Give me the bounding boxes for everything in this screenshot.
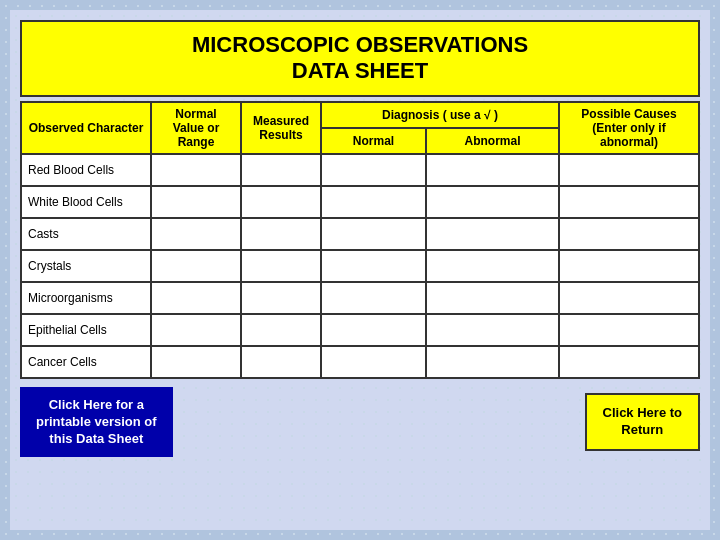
row-causes-wbc [559, 186, 699, 218]
row-measured-epi [241, 314, 321, 346]
row-label-cancer-cells: Cancer Cells [21, 346, 151, 378]
row-abnormal-casts [426, 218, 559, 250]
row-abnormal-crystals [426, 250, 559, 282]
row-normal-crystals [321, 250, 426, 282]
row-measured-micro [241, 282, 321, 314]
row-measured-wbc [241, 186, 321, 218]
row-causes-cancer [559, 346, 699, 378]
table-body: Red Blood Cells White Blood Cells Casts [21, 154, 699, 378]
row-normal-epi [321, 314, 426, 346]
row-normal-value-wbc [151, 186, 241, 218]
header-possible-causes: Possible Causes (Enter only if abnormal) [559, 102, 699, 154]
row-measured-casts [241, 218, 321, 250]
row-causes-crystals [559, 250, 699, 282]
row-causes-micro [559, 282, 699, 314]
row-label-red-blood-cells: Red Blood Cells [21, 154, 151, 186]
header-diagnosis-group: Diagnosis ( use a √ ) [321, 102, 559, 128]
row-label-crystals: Crystals [21, 250, 151, 282]
row-normal-value-casts [151, 218, 241, 250]
table-row: Casts [21, 218, 699, 250]
table-row: White Blood Cells [21, 186, 699, 218]
table-row: Cancer Cells [21, 346, 699, 378]
row-measured-crystals [241, 250, 321, 282]
row-label-casts: Casts [21, 218, 151, 250]
table-row: Crystals [21, 250, 699, 282]
row-label-epithelial-cells: Epithelial Cells [21, 314, 151, 346]
page-title: MICROSCOPIC OBSERVATIONS DATA SHEET [27, 32, 693, 85]
row-normal-cancer [321, 346, 426, 378]
header-normal: Normal [321, 128, 426, 154]
row-measured-cancer [241, 346, 321, 378]
row-measured-rbc [241, 154, 321, 186]
row-abnormal-wbc [426, 186, 559, 218]
table-row: Red Blood Cells [21, 154, 699, 186]
row-causes-epi [559, 314, 699, 346]
row-abnormal-cancer [426, 346, 559, 378]
return-button[interactable]: Click Here to Return [585, 393, 700, 451]
table-row: Epithelial Cells [21, 314, 699, 346]
header-observed-character: Observed Character [21, 102, 151, 154]
print-button[interactable]: Click Here for a printable version of th… [20, 387, 173, 458]
row-abnormal-rbc [426, 154, 559, 186]
row-abnormal-epi [426, 314, 559, 346]
row-normal-rbc [321, 154, 426, 186]
row-causes-rbc [559, 154, 699, 186]
title-box: MICROSCOPIC OBSERVATIONS DATA SHEET [20, 20, 700, 97]
row-label-microorganisms: Microorganisms [21, 282, 151, 314]
row-label-white-blood-cells: White Blood Cells [21, 186, 151, 218]
main-container: MICROSCOPIC OBSERVATIONS DATA SHEET Obse… [10, 10, 710, 530]
observations-table: Observed Character Normal Value or Range… [20, 101, 700, 379]
return-button-label: Click Here to Return [603, 405, 682, 437]
header-normal-value: Normal Value or Range [151, 102, 241, 154]
table-row: Microorganisms [21, 282, 699, 314]
row-normal-value-cancer [151, 346, 241, 378]
row-normal-micro [321, 282, 426, 314]
table-header-row: Observed Character Normal Value or Range… [21, 102, 699, 128]
row-normal-value-micro [151, 282, 241, 314]
header-measured-results: Measured Results [241, 102, 321, 154]
title-line2: DATA SHEET [292, 58, 428, 83]
row-abnormal-micro [426, 282, 559, 314]
row-normal-casts [321, 218, 426, 250]
title-line1: MICROSCOPIC OBSERVATIONS [192, 32, 528, 57]
row-normal-wbc [321, 186, 426, 218]
header-abnormal: Abnormal [426, 128, 559, 154]
row-normal-value-crystals [151, 250, 241, 282]
bottom-bar: Click Here for a printable version of th… [20, 387, 700, 458]
row-causes-casts [559, 218, 699, 250]
row-normal-value-rbc [151, 154, 241, 186]
row-normal-value-epi [151, 314, 241, 346]
print-button-label: Click Here for a printable version of th… [36, 397, 157, 446]
